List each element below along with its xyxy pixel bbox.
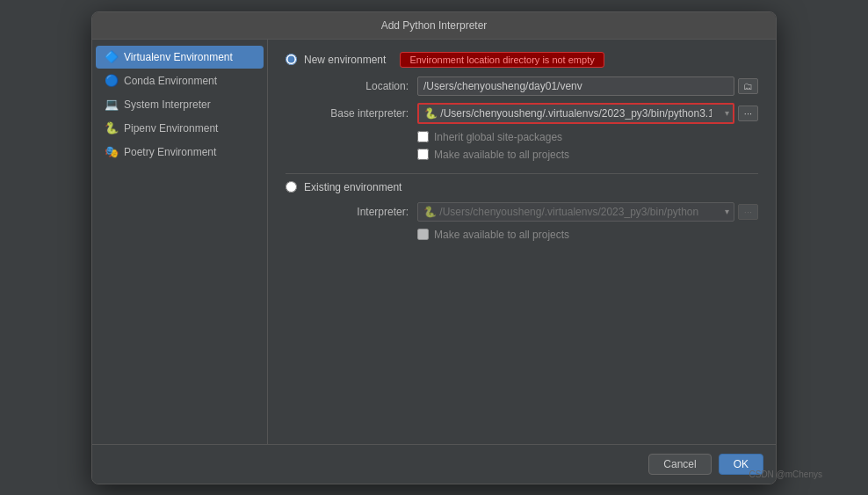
inherit-label: Inherit global site-packages [434, 131, 562, 143]
new-environment-row: New environment Environment location dir… [286, 52, 758, 68]
existing-environment-radio[interactable] [286, 181, 297, 193]
location-browse-button[interactable]: 🗂 [738, 78, 758, 94]
location-label: Location: [303, 80, 417, 92]
poetry-icon: 🎭 [105, 145, 119, 159]
sidebar-item-label-virtualenv: Virtualenv Environment [124, 51, 233, 63]
dialog-footer: Cancel OK [92, 444, 776, 484]
sidebar-item-virtualenv[interactable]: 🔷 Virtualenv Environment [96, 46, 264, 69]
base-interpreter-select[interactable]: 🐍 /Users/chenyousheng/.virtualenvs/2023_… [417, 103, 734, 124]
system-icon: 💻 [105, 98, 119, 112]
base-interpreter-label: Base interpreter: [303, 107, 417, 120]
new-environment-radio[interactable] [286, 54, 297, 65]
sidebar-item-pipenv[interactable]: 🐍 Pipenv Environment [96, 117, 264, 140]
interpreter-row: Interpreter: 🐍 /Users/chenyousheng/.virt… [286, 202, 758, 222]
error-badge: Environment location directory is not em… [400, 52, 604, 68]
existing-available-checkbox[interactable] [417, 229, 429, 240]
sidebar-item-poetry[interactable]: 🎭 Poetry Environment [96, 141, 264, 164]
base-interpreter-row: Base interpreter: 🐍 /Users/chenyousheng/… [286, 103, 758, 124]
existing-environment-label: Existing environment [304, 181, 401, 193]
location-input-wrap: 🗂 [417, 76, 758, 96]
sidebar: 🔷 Virtualenv Environment 🔵 Conda Environ… [92, 40, 268, 444]
interpreter-more-button[interactable]: ··· [738, 204, 758, 220]
base-interpreter-input-wrap: 🐍 /Users/chenyousheng/.virtualenvs/2023_… [417, 103, 758, 124]
base-interpreter-select-wrap: 🐍 /Users/chenyousheng/.virtualenvs/2023_… [417, 103, 734, 124]
virtualenv-icon: 🔷 [105, 50, 119, 64]
dialog-title: Add Python Interpreter [92, 12, 776, 40]
interpreter-input-wrap: 🐍 /Users/chenyousheng/.virtualenvs/2023_… [417, 202, 758, 222]
main-content: New environment Environment location dir… [268, 40, 776, 444]
existing-environment-row: Existing environment [286, 181, 758, 193]
base-interpreter-more-button[interactable]: ··· [738, 106, 758, 121]
dialog-body: 🔷 Virtualenv Environment 🔵 Conda Environ… [92, 40, 776, 444]
location-row: Location: 🗂 [286, 76, 758, 96]
inherit-checkbox[interactable] [417, 131, 429, 142]
sidebar-item-label-poetry: Poetry Environment [124, 146, 216, 158]
interpreter-select-wrap: 🐍 /Users/chenyousheng/.virtualenvs/2023_… [417, 202, 734, 222]
existing-available-checkbox-row: Make available to all projects [286, 229, 758, 241]
sidebar-item-label-system: System Interpreter [124, 98, 211, 111]
sidebar-item-conda[interactable]: 🔵 Conda Environment [96, 69, 264, 92]
interpreter-label: Interpreter: [303, 206, 417, 218]
watermark: CSDN @mChenys [749, 470, 822, 479]
conda-icon: 🔵 [105, 74, 119, 88]
existing-environment-section: Existing environment Interpreter: 🐍 /Use… [286, 181, 758, 241]
available-checkbox[interactable] [417, 149, 429, 160]
location-input[interactable] [417, 76, 734, 96]
existing-available-label: Make available to all projects [434, 229, 569, 241]
section-separator [286, 173, 758, 174]
sidebar-item-system[interactable]: 💻 System Interpreter [96, 93, 264, 116]
new-environment-section: New environment Environment location dir… [286, 52, 758, 161]
sidebar-item-label-conda: Conda Environment [124, 75, 217, 87]
cancel-button[interactable]: Cancel [648, 454, 711, 475]
sidebar-item-label-pipenv: Pipenv Environment [124, 122, 218, 135]
available-checkbox-row: Make available to all projects [286, 149, 758, 161]
available-label: Make available to all projects [434, 149, 569, 161]
add-python-interpreter-dialog: Add Python Interpreter 🔷 Virtualenv Envi… [91, 11, 777, 484]
pipenv-icon: 🐍 [105, 121, 119, 135]
new-environment-label: New environment [304, 54, 386, 66]
interpreter-select[interactable]: 🐍 /Users/chenyousheng/.virtualenvs/2023_… [417, 202, 734, 222]
inherit-checkbox-row: Inherit global site-packages [286, 131, 758, 143]
